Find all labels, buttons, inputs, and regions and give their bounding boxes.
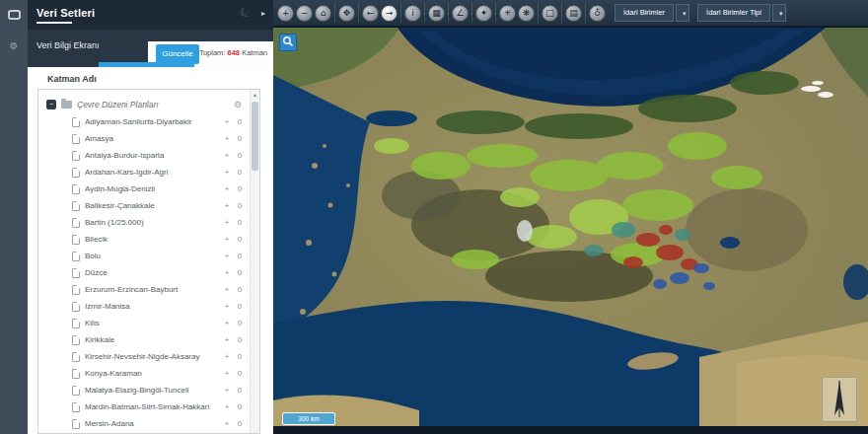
layer-name[interactable]: Kilis [85,319,218,327]
layer-info-icon[interactable]: 0 [236,168,244,177]
layer-info-icon[interactable]: 0 [236,201,244,210]
zoom-in-button[interactable]: + [277,5,294,22]
layer-info-icon[interactable]: 0 [236,302,244,311]
zoom-to-layer-icon[interactable]: + [223,386,231,395]
previous-extent-button[interactable]: ← [362,5,379,22]
layer-row[interactable]: Antalya-Burdur-Isparta+0 [72,147,244,164]
print-button[interactable]: ▤ [565,5,582,22]
layer-row[interactable]: Kirikkale+0 [72,331,244,348]
layer-name[interactable]: Adiyaman-Sanliurfa-Diyarbakir [85,117,218,126]
zoom-to-layer-icon[interactable]: + [223,151,231,160]
info-button[interactable]: i [404,5,421,22]
layer-info-icon[interactable]: 0 [236,151,244,160]
update-button[interactable]: Güncelle [156,44,199,64]
layer-info-icon[interactable]: 0 [236,184,244,193]
layer-group-gear-icon[interactable]: ⚙ [234,100,242,109]
idari-birimler-tipi-caret-icon[interactable]: ▾ [772,4,786,22]
layer-name[interactable]: Ardahan-Kars-Igdir-Agri [85,168,218,177]
zoom-to-layer-icon[interactable]: + [223,218,231,227]
layer-info-icon[interactable]: 0 [236,402,244,411]
layers-button[interactable]: ▦ [428,5,445,22]
layer-info-icon[interactable]: 0 [236,218,244,227]
layer-row[interactable]: Mardin-Batman-Siirt-Sirnak-Hakkari+0 [72,398,244,415]
refresh-button[interactable]: ❋ [518,5,535,22]
zoom-to-layer-icon[interactable]: + [223,285,231,294]
layer-info-icon[interactable]: 0 [236,319,244,327]
display-icon[interactable] [0,6,28,24]
zoom-to-layer-icon[interactable]: + [223,134,231,143]
layer-name[interactable]: Mersin-Adana [85,419,218,428]
layer-row[interactable]: Kirsehir-Nevsehir-Nigde-Aksaray+0 [72,348,244,365]
layer-row[interactable]: Mersin-Adana+0 [72,415,244,432]
layer-row[interactable]: Erzurum-Erzincan-Bayburt+0 [72,281,244,298]
layer-info-icon[interactable]: 0 [236,285,244,294]
next-extent-button[interactable]: → [381,5,398,22]
layer-row[interactable]: Malatya-Elazig-Bingöl-Tunceli+0 [72,382,244,398]
layer-name[interactable]: Bilecik [85,235,218,244]
pan-button[interactable]: ✥ [338,5,355,22]
basemap-button[interactable]: ♁ [589,5,606,22]
clear-graphics-button[interactable]: ✳ [499,5,516,22]
layer-info-icon[interactable]: 0 [236,268,244,277]
zoom-full-extent-button[interactable]: ⌂ [315,5,331,22]
layer-row[interactable]: Adiyaman-Sanliurfa-Diyarbakir+0 [72,113,244,130]
layer-row[interactable]: Bartin (1/25.000)+0 [72,214,244,231]
checkbox-icon[interactable]: − [46,100,56,109]
zoom-to-layer-icon[interactable]: + [223,201,231,210]
layer-row[interactable]: Balikesir-Çanakkale+0 [72,197,244,214]
layer-name[interactable]: Malatya-Elazig-Bingöl-Tunceli [85,386,218,395]
zoom-to-layer-icon[interactable]: + [223,184,231,193]
layer-info-icon[interactable]: 0 [236,134,244,143]
zoom-to-layer-icon[interactable]: + [223,235,231,244]
zoom-to-layer-icon[interactable]: + [223,252,231,260]
layer-info-icon[interactable]: 0 [236,352,244,361]
select-button[interactable]: □ [542,5,558,22]
tree-parent-label[interactable]: Çevre Düzeni Planları [77,100,229,109]
layer-info-icon[interactable]: 0 [236,419,244,428]
layer-name[interactable]: Aydin-Mugla-Denizli [85,184,218,193]
moon-icon[interactable]: ☾ [238,3,254,22]
zoom-out-button[interactable]: − [296,5,313,22]
map-zoom-tool-button[interactable] [279,34,297,51]
layer-info-icon[interactable]: 0 [236,252,244,260]
layer-name[interactable]: Amasya [85,134,218,143]
layer-info-icon[interactable]: 0 [236,369,244,378]
tree-parent-row[interactable]: − Çevre Düzeni Planları ⚙ [46,96,244,113]
zoom-to-layer-icon[interactable]: + [223,117,231,126]
layer-name[interactable]: Balikesir-Çanakkale [85,201,218,210]
layer-name[interactable]: Bartin (1/25.000) [85,218,218,227]
map-canvas[interactable] [273,28,868,426]
layer-row[interactable]: Izmir-Manisa+0 [72,298,244,315]
scroll-up-icon[interactable]: ▲ [251,90,259,100]
zoom-to-layer-icon[interactable]: + [223,402,231,411]
idari-birimler-dropdown[interactable]: İdari Birimler [615,4,674,22]
layer-info-icon[interactable]: 0 [236,335,244,344]
scale-bar[interactable]: 300 km [282,412,335,425]
layer-row[interactable]: Kilis+0 [72,315,244,331]
zoom-to-layer-icon[interactable]: + [223,319,231,327]
zoom-to-layer-icon[interactable]: + [223,168,231,177]
zoom-to-layer-icon[interactable]: + [223,302,231,311]
layer-name[interactable]: Antalya-Burdur-Isparta [85,151,218,160]
layer-name[interactable]: Düzce [85,268,218,277]
layer-info-icon[interactable]: 0 [236,235,244,244]
layer-name[interactable]: Kirsehir-Nevsehir-Nigde-Aksaray [85,352,218,361]
zoom-to-layer-icon[interactable]: + [223,369,231,378]
layer-row[interactable]: Ardahan-Kars-Igdir-Agri+0 [72,164,244,181]
layer-row[interactable]: Konya-Karaman+0 [72,365,244,382]
list-scrollbar[interactable]: ▲ [250,90,259,433]
gear-icon[interactable]: ⚙ [0,40,28,51]
layer-info-icon[interactable]: 0 [236,386,244,395]
identify-button[interactable]: ✦ [475,5,492,22]
idari-birimler-tipi-dropdown[interactable]: İdari Birimler Tipi [697,4,770,22]
north-arrow[interactable] [822,377,857,422]
layer-row[interactable]: Amasya+0 [72,130,244,147]
measure-button[interactable]: ∠ [452,5,469,22]
zoom-to-layer-icon[interactable]: + [223,419,231,428]
layer-row[interactable]: Aydin-Mugla-Denizli+0 [72,181,244,197]
idari-birimler-caret-icon[interactable]: ▾ [676,4,689,22]
layer-name[interactable]: Bolu [85,252,218,260]
layer-name[interactable]: Erzurum-Erzincan-Bayburt [85,285,218,294]
layer-row[interactable]: Bilecik+0 [72,231,244,248]
scrollbar-thumb[interactable] [252,102,258,171]
